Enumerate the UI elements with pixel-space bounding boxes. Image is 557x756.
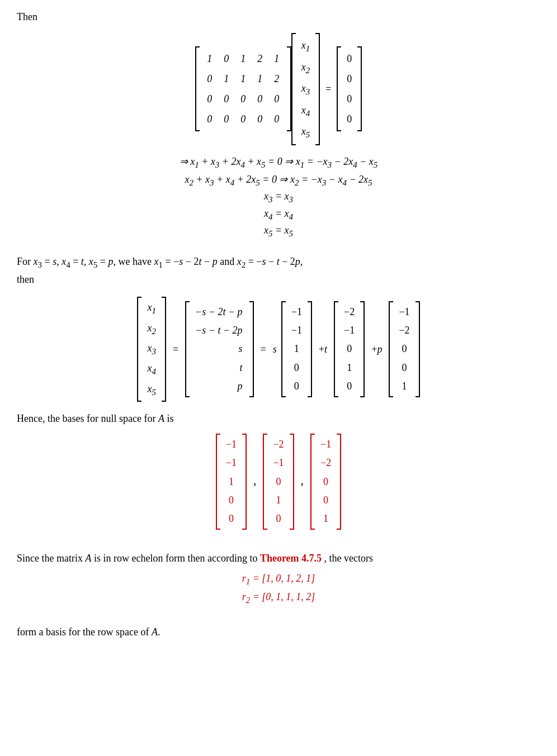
matrix-a: 1 0 1 2 1 0 1 1 1 2 0 0 0 0 0 0 [195,46,291,131]
s-scalar: s [273,344,277,355]
equation-3: x3 = x3 [17,191,540,205]
basis-v2: −2 −1 0 1 0 [334,301,365,397]
plus-p: + p [371,344,382,355]
basis-vectors-display: −1 −1 1 0 0 , −2 −1 0 1 0 , −1 −2 0 0 1 [17,434,540,530]
then-text: then [17,274,540,286]
zero-vector: 0 0 0 0 [337,46,362,131]
r2-equation: r2 = [0, 1, 1, 1, 2] [17,591,540,605]
equation-1: ⇒ x1 + x3 + 2x4 + x5 = 0 ⇒ x1 = −x3 − 2x… [17,155,540,170]
null-basis-v1: −1 −1 1 0 0 [216,434,247,530]
then-label: Then [17,11,540,23]
vector-x: x1 x2 x3 x4 x5 [291,33,320,145]
r1-label: r1 = [1, 0, 1, 2, 1] [242,573,315,587]
plus-t: + t [319,344,327,355]
comma-2: , [301,474,304,490]
r2-label: r2 = [0, 1, 1, 1, 2] [242,591,315,605]
lhs-vector: x1 x2 x3 x4 x5 [137,297,166,402]
r1-equation: r1 = [1, 0, 1, 2, 1] [17,573,540,587]
basis-v3: −1 −2 0 0 1 [389,301,419,397]
eq-operator-1: = [173,344,178,355]
null-basis-v3: −1 −2 0 0 1 [310,434,341,530]
basis-v1: −1 −1 1 0 0 [281,301,312,397]
since-text2: , the vectors [324,553,373,564]
for-text: For x3 = s, x4 = t, x5 = p, we have x1 =… [17,254,540,272]
eq-operator-2: = [261,344,266,355]
comma-1: , [253,474,256,490]
form-basis-text: form a basis for the row space of A. [17,626,540,638]
vector-equation: x1 x2 x3 x4 x5 = −s − 2t − p −s − t − 2p… [17,297,540,402]
since-paragraph: Since the matrix A is in row echelon for… [17,550,540,567]
equation-4: x4 = x4 [17,208,540,222]
matrix-equation: 1 0 1 2 1 0 1 1 1 2 0 0 0 0 0 0 [17,33,540,145]
theorem-link[interactable]: Theorem 4.7.5 [260,553,322,564]
null-basis-v2: −2 −1 0 1 0 [263,434,294,530]
equation-5: x5 = x5 [17,225,540,239]
hence-text: Hence, the bases for null space for A is [17,413,540,425]
equation-2: x2 + x3 + x4 + 2x5 = 0 ⇒ x2 = −x3 − x4 −… [17,173,540,188]
equals-sign: = [325,83,331,95]
middle-vector: −s − 2t − p −s − t − 2p s t p [185,301,253,397]
